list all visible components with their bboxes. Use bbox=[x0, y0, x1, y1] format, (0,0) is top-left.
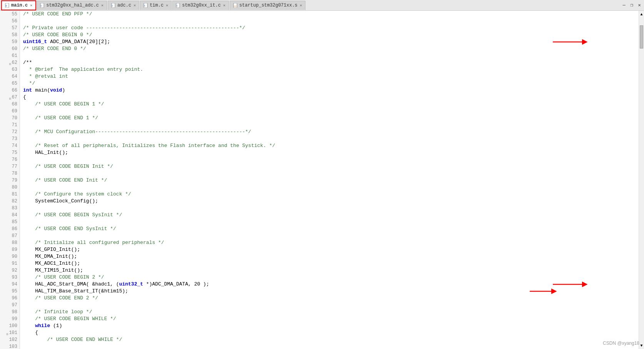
line-number-91: 91 bbox=[2, 260, 17, 267]
line-number-88: 88 bbox=[2, 239, 17, 246]
line-number-87: 87 bbox=[2, 232, 17, 239]
line-number-84: 84 bbox=[2, 212, 17, 219]
code-line-76 bbox=[23, 156, 636, 163]
close-button[interactable]: ✕ bbox=[636, 2, 642, 8]
code-line-94: HAL_ADC_Start_DMA( &hadc1, (uint32_t *)A… bbox=[23, 281, 636, 288]
tab-hal-adc[interactable]: C stm32g0xx_hal_adc.c ✕ bbox=[37, 1, 107, 10]
code-line-81: /* Configure the system clock */ bbox=[23, 191, 636, 198]
line-number-61: 61 bbox=[2, 52, 17, 59]
tab-adc-c[interactable]: C adc.c ✕ bbox=[108, 1, 139, 10]
line-number-96: 96 bbox=[2, 295, 17, 302]
code-line-96: /* USER CODE END 2 */ bbox=[23, 295, 636, 302]
tab-it-c-close[interactable]: ✕ bbox=[223, 3, 225, 8]
code-line-79: /* USER CODE END Init */ bbox=[23, 177, 636, 184]
tab-tim-c-close[interactable]: ✕ bbox=[166, 3, 168, 8]
line-number-89: 89 bbox=[2, 246, 17, 253]
scrollbar[interactable]: ▲ ▼ bbox=[639, 11, 644, 349]
line-number-97: 97 bbox=[2, 302, 17, 309]
line-number-103: 103 bbox=[2, 343, 17, 349]
fold-icon[interactable]: ⊟ bbox=[7, 61, 11, 65]
scrollbar-thumb[interactable] bbox=[640, 25, 643, 48]
code-line-69 bbox=[23, 108, 636, 115]
code-line-66: int main(void) bbox=[23, 87, 636, 94]
c-file-icon-3: C bbox=[111, 3, 116, 8]
code-line-87 bbox=[23, 232, 636, 239]
code-line-82: SystemClock_Config(); bbox=[23, 198, 636, 205]
tab-main-c-close[interactable]: ✕ bbox=[30, 3, 32, 8]
red-arrow-annotation-2 bbox=[528, 288, 559, 295]
code-line-98: /* Infinite loop */ bbox=[23, 309, 636, 316]
code-line-78 bbox=[23, 170, 636, 177]
line-number-83: 83 bbox=[2, 205, 17, 212]
c-file-icon-2: C bbox=[40, 3, 45, 8]
line-number-82: 82 bbox=[2, 198, 17, 205]
tab-adc-c-close[interactable]: ✕ bbox=[133, 3, 136, 8]
code-line-57: /* Private user code -------------------… bbox=[23, 25, 636, 32]
code-line-64: * @retval int bbox=[23, 73, 636, 80]
code-line-71 bbox=[23, 122, 636, 129]
code-line-74: /* Reset of all peripherals, Initializes… bbox=[23, 142, 636, 149]
code-line-70: /* USER CODE END 1 */ bbox=[23, 115, 636, 122]
tab-startup-s-close[interactable]: ✕ bbox=[300, 3, 302, 8]
tab-main-c-label: main.c bbox=[11, 3, 28, 8]
line-number-76: 76 bbox=[2, 156, 17, 163]
code-line-93: /* USER CODE BEGIN 2 */ bbox=[23, 274, 636, 281]
line-number-69: 69 bbox=[2, 108, 17, 115]
code-line-89: MX_GPIO_Init(); bbox=[23, 246, 636, 253]
code-line-92: MX_TIM15_Init(); bbox=[23, 267, 636, 274]
line-number-67: ⊟67 bbox=[2, 94, 17, 101]
code-line-58: /* USER CODE BEGIN 0 */ bbox=[23, 32, 636, 38]
tab-hal-adc-close[interactable]: ✕ bbox=[101, 3, 103, 8]
code-line-67: { bbox=[23, 94, 636, 101]
svg-text:ASM: ASM bbox=[234, 5, 237, 7]
code-line-103 bbox=[23, 343, 636, 349]
code-line-63: * @brief The application entry point. bbox=[23, 66, 636, 73]
c-file-icon-5: C bbox=[176, 3, 180, 8]
line-number-101: ⊟101 bbox=[2, 329, 17, 336]
svg-text:C: C bbox=[6, 5, 7, 7]
svg-text:C: C bbox=[144, 5, 145, 7]
c-file-icon: C bbox=[5, 3, 10, 8]
line-number-64: 64 bbox=[2, 73, 17, 80]
line-number-85: 85 bbox=[2, 219, 17, 225]
red-arrow-annotation bbox=[551, 38, 589, 45]
svg-text:C: C bbox=[177, 5, 178, 7]
line-number-71: 71 bbox=[2, 122, 17, 129]
tab-tim-c-label: tim.c bbox=[150, 3, 164, 8]
tab-tim-c[interactable]: C tim.c ✕ bbox=[140, 1, 172, 10]
code-line-80 bbox=[23, 184, 636, 191]
code-line-88: /* Initialize all configured peripherals… bbox=[23, 239, 636, 246]
line-number-99: 99 bbox=[2, 316, 17, 322]
line-number-98: 98 bbox=[2, 309, 17, 316]
line-number-58: 58 bbox=[2, 32, 17, 38]
fold-icon[interactable]: ⊟ bbox=[7, 95, 11, 99]
code-line-72: /* MCU Configuration--------------------… bbox=[23, 129, 636, 135]
restore-button[interactable]: ❐ bbox=[629, 2, 635, 8]
code-line-60: /* USER CODE END 0 */ bbox=[23, 45, 636, 52]
code-line-99: /* USER CODE BEGIN WHILE */ bbox=[23, 316, 636, 322]
tab-it-c[interactable]: C stm32g0xx_it.c ✕ bbox=[172, 1, 229, 10]
line-number-78: 78 bbox=[2, 170, 17, 177]
code-line-85 bbox=[23, 219, 636, 225]
tab-startup-s[interactable]: ASM startup_stm32g071xx.s ✕ bbox=[230, 1, 305, 10]
line-number-80: 80 bbox=[2, 184, 17, 191]
line-number-102: 102 bbox=[2, 336, 17, 343]
code-line-75: HAL_Init(); bbox=[23, 149, 636, 156]
line-number-94: 94 bbox=[2, 281, 17, 288]
line-number-57: 57 bbox=[2, 25, 17, 32]
line-number-73: 73 bbox=[2, 135, 17, 142]
code-content[interactable]: /* USER CODE END PFP */ /* Private user … bbox=[20, 11, 639, 349]
fold-icon[interactable]: ⊟ bbox=[4, 331, 8, 335]
line-number-72: 72 bbox=[2, 129, 17, 135]
tab-startup-s-label: startup_stm32g071xx.s bbox=[239, 3, 297, 8]
minimize-button[interactable]: — bbox=[621, 2, 627, 8]
c-file-icon-4: C bbox=[143, 3, 148, 8]
scroll-down[interactable]: ▼ bbox=[639, 342, 644, 349]
line-numbers: 55565758596061⊟6263646566⊟67686970717273… bbox=[0, 11, 20, 349]
code-line-95: HAL_TIM_Base_Start_IT(&htim15); bbox=[23, 288, 636, 295]
line-number-65: 65 bbox=[2, 80, 17, 87]
scroll-up[interactable]: ▲ bbox=[639, 11, 644, 18]
tab-hal-adc-label: stm32g0xx_hal_adc.c bbox=[46, 3, 99, 8]
line-number-81: 81 bbox=[2, 191, 17, 198]
tab-main-c[interactable]: C main.c ✕ bbox=[2, 1, 36, 10]
